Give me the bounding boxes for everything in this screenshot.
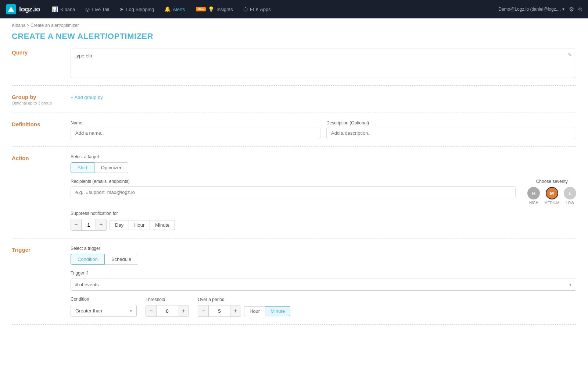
optimizer-button[interactable]: Optimizer	[94, 162, 129, 173]
nav-user[interactable]: Demo@Logz.io (daniel@logz.... ▾	[498, 7, 564, 12]
recipients-input[interactable]	[71, 186, 516, 198]
nav-kibana[interactable]: 📊 Kibana	[47, 4, 79, 14]
signout-icon[interactable]: ⎋	[578, 6, 582, 13]
groupby-sub: Optional up to 3 group	[12, 101, 71, 105]
kibana-icon: 📊	[52, 6, 58, 12]
elkapps-icon: ⬡	[243, 6, 248, 12]
suppress-value[interactable]	[81, 219, 96, 230]
name-col: Name	[71, 120, 320, 139]
condition-dropdown[interactable]: Greater than ▾	[71, 305, 137, 317]
new-badge: New	[196, 7, 206, 11]
suppress-time-group: Day Hour Minute	[110, 220, 175, 230]
severity-high-label: HIGH	[529, 201, 538, 205]
period-time-group: Hour Minute	[244, 306, 290, 316]
groupby-content: + Add group by	[71, 93, 576, 105]
name-input[interactable]	[71, 127, 320, 139]
nav-alerts[interactable]: 🔔 Alerts	[160, 4, 189, 14]
gear-icon[interactable]: ⚙	[569, 6, 574, 13]
breadcrumb-current: Create an alert/optimizer	[31, 23, 79, 28]
alert-button[interactable]: Alert	[71, 162, 94, 173]
trigger-content: Select a trigger Condition Schedule Trig…	[71, 246, 576, 317]
period-value[interactable]	[208, 305, 230, 316]
condition-label: Condition	[71, 297, 137, 302]
threshold-value[interactable]	[156, 305, 178, 316]
insights-icon: 💡	[208, 6, 214, 12]
trigger-section: Trigger Select a trigger Condition Sched…	[12, 246, 576, 317]
logo-text: logz.io	[19, 6, 40, 13]
definitions-section: Definitions Name Description (Optional)	[12, 120, 576, 139]
trigger-if-label: Trigger if	[71, 270, 576, 276]
suppress-day-button[interactable]: Day	[110, 220, 129, 230]
query-box[interactable]: type:elb ✎	[71, 49, 576, 78]
severity-label: Choose severity	[527, 179, 576, 184]
description-input[interactable]	[326, 127, 576, 139]
severity-medium-label: MEDIUM	[544, 201, 559, 205]
recipients-label: Recipients (emails, endpoints)	[71, 179, 516, 184]
period-increment[interactable]: +	[230, 305, 241, 316]
recipients-col: Recipients (emails, endpoints)	[71, 179, 516, 198]
add-group-button[interactable]: + Add group by	[71, 93, 103, 102]
nav-livetail[interactable]: ◎ Live Tail	[81, 4, 114, 14]
breadcrumb-parent[interactable]: Kibana	[12, 23, 25, 28]
nav-right: Demo@Logz.io (daniel@logz.... ▾ ⚙ ⎋	[498, 6, 582, 13]
select-target-label: Select a target	[71, 154, 576, 159]
livetail-icon: ◎	[85, 6, 90, 12]
description-col: Description (Optional)	[326, 120, 576, 139]
logo[interactable]: logz.io	[6, 4, 40, 14]
suppress-hour-button[interactable]: Hour	[129, 220, 150, 230]
severity-medium-circle: M	[546, 187, 558, 199]
trigger-label: Trigger	[12, 246, 71, 253]
groupby-label: Group by	[12, 93, 71, 100]
alerts-icon: 🔔	[164, 6, 171, 12]
threshold-increment[interactable]: +	[178, 305, 189, 316]
severity-options: H HIGH M MEDIUM L LOW	[527, 187, 576, 205]
query-text: type:elb	[75, 53, 92, 59]
trigger-if-dropdown[interactable]: # of events ▾	[71, 279, 576, 291]
threshold-decrement[interactable]: −	[146, 305, 156, 316]
severity-low[interactable]: L LOW	[564, 187, 576, 205]
action-label-col: Action	[12, 154, 71, 231]
nav-insights[interactable]: New 💡 Insights	[191, 4, 237, 14]
period-label: Over a period	[198, 297, 290, 302]
period-hour-button[interactable]: Hour	[244, 306, 265, 316]
severity-high[interactable]: H HIGH	[527, 187, 540, 205]
period-minute-button[interactable]: Minute	[265, 306, 290, 316]
period-decrement[interactable]: −	[198, 305, 208, 316]
threshold-label: Threshold	[146, 297, 189, 302]
edit-icon[interactable]: ✎	[568, 52, 572, 58]
svg-point-2	[10, 9, 12, 12]
divider-3	[12, 146, 576, 147]
severity-low-circle: L	[564, 187, 576, 199]
query-label-col: Query	[12, 49, 71, 78]
divider-1	[12, 85, 576, 86]
divider-4	[12, 238, 576, 238]
suppress-row: − + Day Hour Minute	[71, 219, 576, 231]
action-section: Action Select a target Alert Optimizer R…	[12, 154, 576, 231]
suppress-stepper: − +	[71, 219, 107, 231]
condition-button[interactable]: Condition	[71, 254, 105, 265]
query-section: Query type:elb ✎	[12, 49, 576, 78]
nav-logshipping[interactable]: ➤ Log Shipping	[115, 4, 158, 14]
condition-arrow-icon: ▾	[130, 308, 132, 314]
select-trigger-label: Select a trigger	[71, 246, 576, 251]
nav-elkapps[interactable]: ⬡ ELK Apps	[239, 4, 275, 14]
name-label: Name	[71, 120, 320, 125]
severity-medium[interactable]: M MEDIUM	[544, 187, 559, 205]
action-content: Select a target Alert Optimizer Recipien…	[71, 154, 576, 231]
trigger-conditions: Condition Greater than ▾ Threshold − +	[71, 297, 576, 317]
severity-low-label: LOW	[566, 201, 574, 205]
definitions-content: Name Description (Optional)	[71, 120, 576, 139]
suppress-decrement[interactable]: −	[71, 219, 81, 230]
main-content: Query type:elb ✎ Group by Optional up to…	[0, 49, 588, 347]
period-stepper: − +	[198, 305, 241, 317]
groupby-section: Group by Optional up to 3 group + Add gr…	[12, 93, 576, 105]
action-label: Action	[12, 154, 71, 161]
schedule-button[interactable]: Schedule	[105, 254, 138, 265]
definitions-row: Name Description (Optional)	[71, 120, 576, 139]
suppress-increment[interactable]: +	[96, 219, 106, 230]
condition-col: Condition Greater than ▾	[71, 297, 137, 317]
trigger-if-value: # of events	[75, 282, 99, 287]
page-title: CREATE A NEW ALERT/OPTIMIZER	[0, 29, 588, 49]
trigger-type-group: Condition Schedule	[71, 254, 576, 265]
suppress-minute-button[interactable]: Minute	[150, 220, 175, 230]
